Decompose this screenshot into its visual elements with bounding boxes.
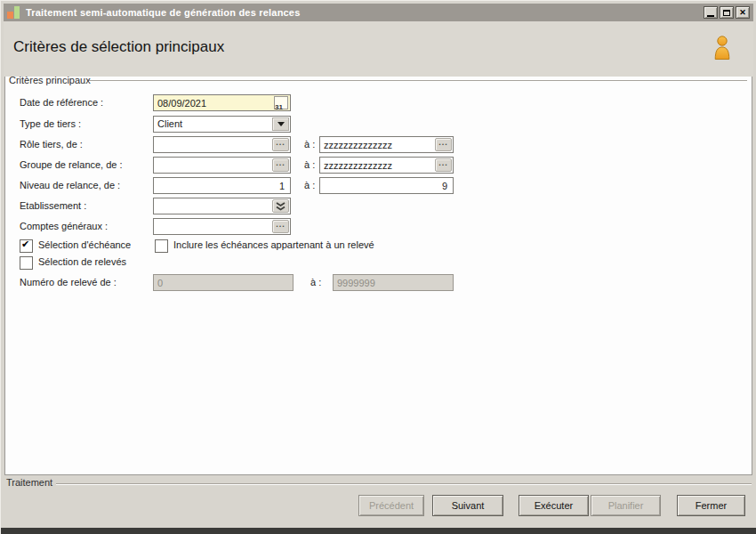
selection-echeance-label: Sélection d'échéance xyxy=(38,239,131,252)
role-tiers-to-field[interactable]: ... xyxy=(319,136,454,153)
app-icon xyxy=(7,6,20,20)
app-icon-orange-block xyxy=(7,12,13,19)
maximize-button[interactable] xyxy=(720,6,734,19)
niveau-relance-to-input[interactable] xyxy=(319,177,454,194)
fermer-button[interactable]: Fermer xyxy=(677,495,745,516)
numero-releve-label: Numéro de relevé de : xyxy=(20,274,117,291)
chevron-down-icon xyxy=(277,122,285,126)
comptes-generaux-input[interactable] xyxy=(153,218,291,235)
ellipsis-icon: ... xyxy=(276,159,286,167)
close-button[interactable]: ✕ xyxy=(736,6,750,19)
groupe-relance-from-input[interactable] xyxy=(153,157,291,174)
etablissement-label: Etablissement : xyxy=(20,198,86,214)
person-icon[interactable] xyxy=(712,36,732,60)
calendar-icon-day: 31 xyxy=(275,103,283,111)
groupe-relance-to-field[interactable]: ... xyxy=(319,157,454,174)
etablissement-field[interactable] xyxy=(153,198,291,214)
ellipsis-icon: ... xyxy=(438,139,448,147)
etablissement-expand-button[interactable] xyxy=(272,199,289,213)
date-reference-input[interactable] xyxy=(153,94,291,111)
criteria-panel: Critères principaux Date de référence : … xyxy=(4,77,752,475)
niveau-relance-from-field[interactable] xyxy=(153,177,291,194)
comptes-generaux-label: Comptes généraux : xyxy=(20,218,108,235)
selection-releves-checkbox[interactable] xyxy=(20,256,33,270)
calendar-icon[interactable]: 31 xyxy=(274,96,288,109)
role-tiers-from-field[interactable]: ... xyxy=(153,136,291,153)
role-tiers-to-lookup-button[interactable]: ... xyxy=(435,138,452,151)
group-line xyxy=(89,80,747,81)
type-tiers-value: Client xyxy=(157,116,182,133)
maximize-icon xyxy=(723,10,730,16)
dialog-window: Traitement semi-automatique de génératio… xyxy=(0,0,756,534)
page-title: Critères de sélection principaux xyxy=(13,38,224,56)
date-reference-label: Date de référence : xyxy=(20,94,103,111)
header-band: Critères de sélection principaux xyxy=(4,21,753,77)
inclure-echeances-checkbox[interactable] xyxy=(155,239,168,253)
groupe-relance-to-lookup-button[interactable]: ... xyxy=(435,158,452,172)
role-tiers-label: Rôle tiers, de : xyxy=(20,136,83,153)
etablissement-input[interactable] xyxy=(153,198,291,214)
type-tiers-dropdown-button[interactable] xyxy=(272,117,289,131)
executer-button[interactable]: Exécuter xyxy=(519,495,589,516)
groupe-relance-to-input[interactable] xyxy=(319,157,454,174)
type-tiers-combobox[interactable]: Client xyxy=(153,116,291,133)
app-icon-green-block xyxy=(14,6,20,19)
niveau-relance-to-field[interactable] xyxy=(319,177,454,194)
role-tiers-to-label: à : xyxy=(304,136,315,153)
planifier-button: Planifier xyxy=(591,495,661,516)
groupe-relance-from-lookup-button[interactable]: ... xyxy=(272,158,289,172)
type-tiers-label: Type de tiers : xyxy=(20,116,81,133)
ellipsis-icon: ... xyxy=(438,159,448,167)
groupe-relance-to-label: à : xyxy=(304,157,315,174)
ellipsis-icon: ... xyxy=(276,139,286,147)
numero-releve-to-label: à : xyxy=(310,274,321,291)
footer-group-line xyxy=(56,483,752,484)
niveau-relance-label: Niveau de relance, de : xyxy=(20,177,120,194)
niveau-relance-from-input[interactable] xyxy=(153,177,291,194)
role-tiers-to-input[interactable] xyxy=(319,136,454,153)
niveau-relance-to-label: à : xyxy=(304,177,315,194)
comptes-generaux-lookup-button[interactable]: ... xyxy=(272,220,289,233)
groupe-relance-from-field[interactable]: ... xyxy=(153,157,291,174)
precedent-button: Précédent xyxy=(358,495,424,516)
minimize-button[interactable] xyxy=(704,6,718,19)
group-label-criteres: Critères principaux xyxy=(9,75,91,85)
window-title: Traitement semi-automatique de génératio… xyxy=(26,7,301,18)
double-chevron-down-icon xyxy=(276,202,286,211)
minimize-icon xyxy=(707,15,714,17)
numero-releve-from-input xyxy=(153,274,294,291)
numero-releve-to-field xyxy=(333,274,454,291)
close-icon: ✕ xyxy=(739,9,746,17)
date-reference-field[interactable]: 31 xyxy=(153,94,291,111)
window-bottom-edge xyxy=(1,528,756,534)
title-bar[interactable]: Traitement semi-automatique de génératio… xyxy=(4,4,753,21)
ellipsis-icon: ... xyxy=(276,221,286,229)
suivant-button[interactable]: Suivant xyxy=(432,495,503,516)
numero-releve-from-field xyxy=(153,274,294,291)
inclure-echeances-label: Inclure les échéances appartenant à un r… xyxy=(173,239,374,252)
role-tiers-from-input[interactable] xyxy=(153,136,291,153)
selection-echeance-checkbox[interactable] xyxy=(20,239,33,253)
groupe-relance-label: Groupe de relance, de : xyxy=(20,157,123,174)
numero-releve-to-input xyxy=(333,274,454,291)
group-label-traitement: Traitement xyxy=(6,477,52,488)
comptes-generaux-field[interactable]: ... xyxy=(153,218,291,235)
role-tiers-from-lookup-button[interactable]: ... xyxy=(272,138,289,151)
selection-releves-label: Sélection de relevés xyxy=(38,255,126,269)
